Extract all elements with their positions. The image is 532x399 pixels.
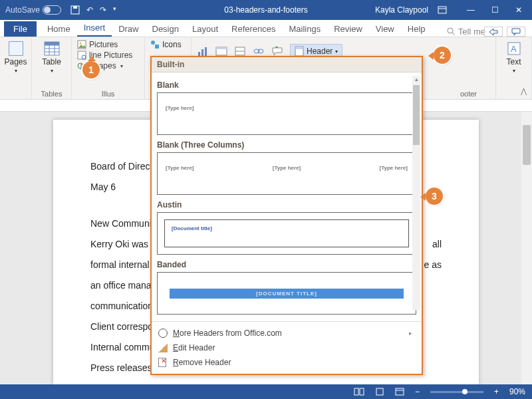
svg-rect-2 [438, 7, 446, 13]
icons-icon [150, 40, 160, 49]
autosave-toggle[interactable]: AutoSave [5, 5, 61, 15]
text-box-icon: A [507, 41, 521, 56]
group-tables-label: Tables [37, 90, 66, 98]
chevron-down-icon: ▾ [120, 63, 123, 69]
tab-references[interactable]: References [225, 21, 282, 37]
icons-button[interactable]: Icons [150, 40, 186, 49]
ribbon-display-icon[interactable] [438, 6, 456, 14]
chevron-down-icon: ▾ [513, 68, 515, 74]
edit-header-label: Edit Header [173, 343, 215, 352]
collapse-ribbon-icon[interactable]: ⋀ [519, 87, 528, 96]
maximize-button[interactable]: ☐ [485, 5, 504, 15]
search-icon [447, 27, 456, 36]
svg-line-5 [452, 33, 455, 35]
tab-file[interactable]: File [4, 21, 37, 37]
view-web-icon[interactable] [395, 388, 404, 396]
status-bar: − + 90% [0, 384, 532, 399]
more-headers-menu[interactable]: MMore Headers from Office.comore Headers… [157, 326, 416, 340]
svg-point-30 [258, 49, 263, 53]
table-button[interactable]: Table ▾ [37, 40, 66, 75]
gallery-item-banded[interactable]: [DOCUMENT TITLE] [157, 272, 416, 315]
undo-icon[interactable]: ↶ [86, 5, 93, 15]
gallery-item-blank-three[interactable]: [Type here] [Type here] [Type here] [157, 152, 416, 195]
gallery-item-blank[interactable]: [Type here] [157, 92, 416, 135]
gallery-item-label: Blank [157, 80, 416, 90]
tab-review[interactable]: Review [327, 21, 369, 37]
svg-rect-34 [295, 47, 303, 49]
header-label: Header [307, 47, 332, 56]
globe-icon [158, 329, 168, 338]
placeholder-text: [Type here] [273, 165, 301, 171]
comments-button[interactable] [507, 27, 525, 37]
save-icon[interactable] [70, 5, 80, 15]
redo-icon[interactable]: ↷ [100, 5, 106, 15]
edit-icon [158, 343, 168, 352]
tab-layout[interactable]: Layout [186, 21, 225, 37]
table-label: Table [42, 57, 61, 66]
view-print-icon[interactable] [375, 388, 384, 396]
pages-button[interactable]: Pages ▾ [5, 40, 26, 75]
remove-icon [158, 358, 168, 367]
gallery-scrollbar[interactable]: ▴ [412, 76, 420, 310]
chevron-down-icon: ▾ [15, 68, 17, 74]
gallery-item-label: Blank (Three Columns) [157, 140, 416, 150]
vertical-scrollbar[interactable] [521, 112, 532, 384]
scroll-up-icon[interactable]: ▴ [412, 76, 420, 85]
svg-rect-24 [205, 47, 207, 56]
autosave-label: AutoSave [5, 5, 40, 15]
tab-help[interactable]: Help [401, 21, 432, 37]
minimize-button[interactable]: — [462, 5, 480, 15]
remove-header-label: Remove Header [173, 358, 231, 367]
group-pages: Pages ▾ [0, 37, 32, 99]
document-title: 03-headers-and-footers [224, 5, 307, 15]
group-illus-label: Illus [77, 90, 139, 98]
svg-rect-39 [376, 388, 383, 395]
placeholder-text: [Document title] [172, 225, 212, 231]
tab-draw[interactable]: Draw [112, 21, 145, 37]
pages-icon [9, 41, 23, 56]
icons-label: Icons [162, 40, 182, 49]
gallery-item-austin[interactable]: [Document title] [157, 212, 416, 255]
scrollbar-thumb[interactable] [413, 85, 420, 145]
scrollbar-thumb[interactable] [523, 125, 531, 165]
ribbon-tabs: File Home Insert Draw Design Layout Refe… [0, 20, 532, 37]
svg-rect-1 [73, 6, 77, 9]
tab-view[interactable]: View [369, 21, 401, 37]
zoom-in-button[interactable]: + [494, 387, 499, 396]
tell-me[interactable]: Tell me [447, 27, 485, 37]
addins-icon[interactable] [234, 46, 246, 57]
tab-mailings[interactable]: Mailings [283, 21, 328, 37]
group-tables: Table ▾ Tables [32, 37, 72, 99]
qat-more-icon[interactable]: ▾ [113, 5, 116, 15]
svg-point-20 [151, 41, 155, 45]
user-name[interactable]: Kayla Claypool [375, 5, 428, 15]
callout-3: 3 [426, 188, 443, 205]
zoom-out-button[interactable]: − [415, 387, 420, 396]
comment-icon[interactable] [271, 47, 283, 56]
zoom-level[interactable]: 90% [509, 387, 525, 396]
text-box-button[interactable]: A Text ▾ [501, 40, 526, 75]
pictures-button[interactable]: Pictures [77, 40, 139, 49]
close-button[interactable]: ✕ [509, 5, 528, 15]
edit-header-menu[interactable]: Edit Header Edit Header [157, 340, 416, 355]
screenshot-icon[interactable] [215, 46, 227, 57]
share-button[interactable] [484, 27, 503, 37]
chevron-down-icon: ▾ [335, 49, 338, 55]
svg-rect-13 [45, 42, 59, 45]
autosave-switch-icon[interactable] [43, 5, 61, 15]
tab-design[interactable]: Design [146, 21, 186, 37]
link-icon[interactable] [253, 47, 265, 55]
pages-label: Pages [4, 57, 27, 66]
view-read-icon[interactable] [354, 388, 364, 396]
zoom-slider[interactable] [430, 391, 483, 393]
chevron-right-icon: ▸ [409, 330, 412, 336]
header-gallery-dropdown: Built-in Blank [Type here] Blank (Three … [150, 56, 423, 375]
online-pictures-button[interactable]: line Pictures [77, 51, 139, 60]
tab-insert[interactable]: Insert [77, 20, 112, 37]
svg-rect-21 [155, 45, 159, 49]
remove-header-menu[interactable]: Remove Header Remove Header [157, 355, 416, 370]
title-bar: AutoSave ↶ ↷ ▾ 03-headers-and-footers Ka… [0, 0, 532, 20]
gallery-footer: MMore Headers from Office.comore Headers… [152, 321, 422, 374]
text-box-label: Text [506, 57, 521, 66]
tab-home[interactable]: Home [41, 21, 77, 37]
